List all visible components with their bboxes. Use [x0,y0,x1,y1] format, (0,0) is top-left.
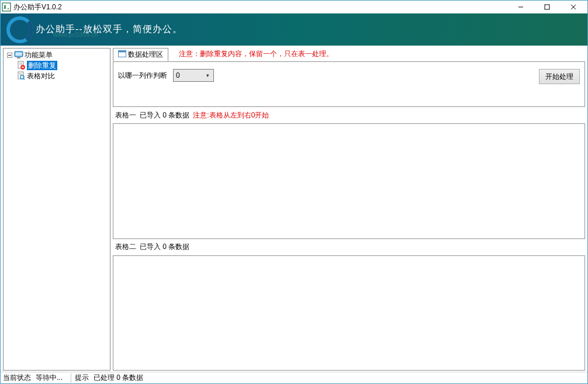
content-area: 数据处理区 注意：删除重复内容，保留一个，只在表一处理。 以哪一列作判断 0 ▾… [113,48,585,371]
table2-grid[interactable] [113,255,585,371]
start-process-button[interactable]: 开始处理 [539,69,580,84]
status-state-label: 当前状态 [3,373,36,383]
statusbar: 当前状态 等待中... 提示 已处理 0 条数据 [1,372,587,383]
tab-notice: 注意：删除重复内容，保留一个，只在表一处理。 [179,49,333,59]
tree-root-item[interactable]: 功能菜单 [4,50,110,60]
document-search-icon [16,71,26,81]
banner-logo-icon [5,15,34,44]
status-hint-label: 提示 [75,373,94,383]
tab-data-processing[interactable]: 数据处理区 [113,48,168,61]
table2-import-info: 已导入 0 条数据 [140,242,189,252]
titlebar: 办公助手V1.0.2 [1,1,587,13]
svg-point-6 [6,16,34,44]
table1-warning: 注意:表格从左到右0开始 [193,110,269,120]
window-controls [507,1,586,13]
svg-rect-0 [2,3,11,11]
sidebar-item-table-compare[interactable]: 表格对比 [4,71,110,81]
minimize-button[interactable] [507,1,534,13]
tree-collapse-icon[interactable] [6,51,13,58]
table1-header: 表格一 已导入 0 条数据 注意:表格从左到右0开始 [113,109,585,121]
table1-grid[interactable] [113,123,585,239]
table1-import-info: 已导入 0 条数据 [140,110,189,120]
sidebar-tree[interactable]: 功能菜单 删除重复 表格对比 [3,48,110,371]
maximize-button[interactable] [534,1,560,13]
document-delete-icon [16,61,26,70]
banner: 办公助手--放松双手，简便办公。 www.pc0359.cn [1,13,587,46]
controls-panel: 以哪一列作判断 0 ▾ 开始处理 [113,61,585,107]
svg-line-21 [23,78,25,79]
svg-rect-10 [16,53,22,56]
status-hint-value: 已处理 0 条数据 [94,373,148,383]
column-select-label: 以哪一列作判断 [118,69,167,82]
window-title: 办公助手V1.0.2 [13,2,62,12]
main-area: 功能菜单 删除重复 表格对比 数据处理区 注意：删除重复内容，保留一个，只在表一 [1,46,587,372]
divider [71,373,71,383]
table2-title: 表格二 [115,242,136,252]
svg-rect-23 [119,50,126,52]
tree-item-label: 表格对比 [27,71,55,81]
column-select-dropdown[interactable]: 0 ▾ [173,69,214,82]
status-state-value: 等待中... [36,373,67,383]
window-icon [118,50,126,59]
svg-rect-2 [545,5,549,9]
close-button[interactable] [560,1,586,13]
button-label: 开始处理 [545,72,573,82]
sidebar-item-remove-duplicates[interactable]: 删除重复 [4,60,110,71]
table1-title: 表格一 [115,110,136,120]
app-icon [2,2,11,12]
tab-label: 数据处理区 [128,50,163,60]
tree-item-label: 删除重复 [27,61,57,70]
table2-header: 表格二 已导入 0 条数据 [113,241,585,253]
svg-rect-11 [17,57,20,58]
monitor-icon [14,50,23,60]
tree-root-label: 功能菜单 [25,50,53,60]
dropdown-value: 0 [176,71,180,79]
chevron-down-icon: ▾ [203,71,212,80]
tab-bar: 数据处理区 注意：删除重复内容，保留一个，只在表一处理。 [113,48,585,60]
banner-watermark: www.pc0359.cn [53,31,98,38]
